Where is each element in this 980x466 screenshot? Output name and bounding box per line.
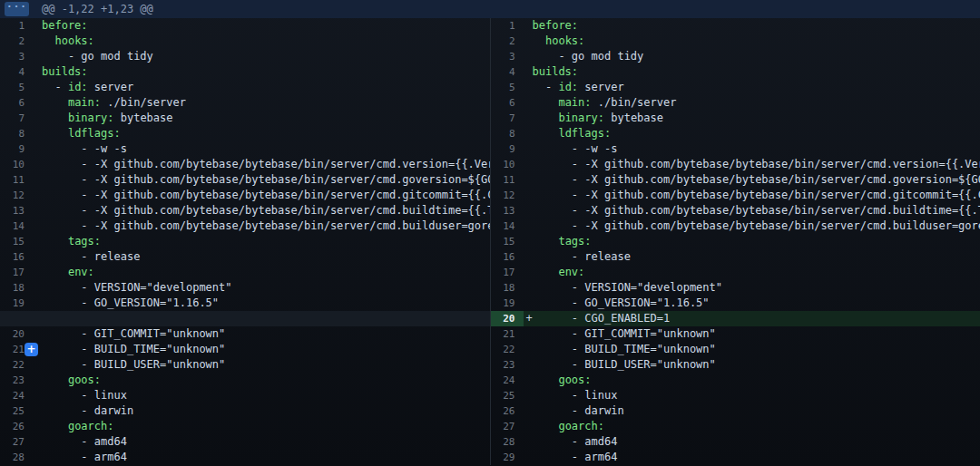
line-number[interactable]: 15 [0,234,33,249]
line-number[interactable]: 2 [491,34,524,49]
code-line: goos: [524,373,980,388]
yaml-key: goarch: [68,420,114,432]
line-number[interactable]: 6 [0,95,33,111]
line-number[interactable]: 12 [491,188,524,203]
line-number[interactable]: 1 [0,18,33,34]
line-number[interactable]: 7 [0,111,33,126]
line-number[interactable]: 3 [491,49,524,64]
line-number[interactable]: 24 [491,373,524,388]
line-number[interactable]: 18 [0,280,33,296]
line-number[interactable]: 26 [491,403,524,419]
diff-row: 21 - BUILD_TIME="unknown"+ [0,342,490,357]
line-number[interactable]: 13 [491,203,524,218]
line-number[interactable]: 28 [0,450,33,465]
code-line: - -w -s [524,141,980,157]
line-number[interactable]: 23 [0,373,33,388]
code-text: - darwin [42,404,133,417]
diff-row: 8 ldflags: [0,126,490,141]
sign-column [33,450,42,465]
code-text: - -w -s [42,142,127,155]
diff-row: 25 - darwin [0,403,490,419]
line-number[interactable]: 5 [0,80,33,95]
add-comment-button[interactable]: + [24,343,38,356]
code-text: server [578,81,624,93]
line-number[interactable]: 20 [0,326,33,342]
code-text [533,127,559,140]
line-number[interactable]: 7 [491,111,524,126]
line-number[interactable]: 19 [0,296,33,311]
line-number[interactable]: 9 [491,141,524,157]
line-number[interactable]: 9 [0,141,33,157]
line-number[interactable]: 25 [491,388,524,403]
line-number[interactable]: 6 [491,95,524,111]
diff-row: 19 - GO_VERSION="1.16.5" [0,296,490,311]
line-number[interactable]: 27 [0,434,33,450]
sign-column [33,388,42,403]
line-number[interactable]: 8 [491,126,524,141]
sign-column [33,141,42,157]
line-number[interactable]: 15 [491,234,524,249]
line-number[interactable]: 2 [0,34,33,49]
sign-column [33,419,42,434]
sign-column [524,49,533,64]
line-number[interactable]: 23 [491,357,524,373]
sign-column [524,373,533,388]
diff-row: 1 before: [0,18,490,34]
line-number[interactable]: 3 [0,49,33,64]
diff-row: 27 goarch: [491,419,980,434]
code-line: binary: bytebase [33,111,490,126]
yaml-key: goos: [68,374,101,386]
line-number[interactable]: 14 [491,218,524,234]
line-number[interactable]: 4 [0,64,33,80]
line-number[interactable]: 4 [491,64,524,80]
line-number[interactable]: 28 [491,434,524,450]
sign-column [33,265,42,280]
code-text: - GO_VERSION="1.16.5" [42,296,219,309]
sign-column [524,434,533,450]
line-number[interactable]: 22 [491,342,524,357]
line-number[interactable]: 16 [491,249,524,265]
line-number[interactable]: 1 [491,18,524,34]
line-number[interactable]: 29 [491,450,524,465]
diff-row: 26 goarch: [0,419,490,434]
line-number[interactable]: 22 [0,357,33,373]
code-text [42,127,68,140]
yaml-key: binary: [558,112,604,124]
sign-column [33,249,42,265]
diff-row: 28 - amd64 [491,434,980,450]
line-number[interactable]: 25 [0,403,33,419]
code-line: - VERSION="development" [33,280,490,296]
code-line: builds: [524,64,980,80]
line-number[interactable]: 14 [0,218,33,234]
line-number[interactable]: 5 [491,80,524,95]
line-number[interactable]: 26 [0,419,33,434]
line-number[interactable]: 8 [0,126,33,141]
line-number[interactable]: 11 [491,172,524,188]
diff-row: 28 - arm64 [0,450,490,465]
yaml-key: id: [68,81,88,93]
sign-column [524,280,533,296]
line-number[interactable]: 20 [491,311,524,326]
line-number[interactable]: 16 [0,249,33,265]
line-number[interactable]: 17 [0,265,33,280]
line-number[interactable]: 10 [0,157,33,172]
code-text [533,96,559,109]
diff-row: 24 goos: [491,373,980,388]
code-line: tags: [524,234,980,249]
code-text: server [88,81,134,93]
code-line: - GIT_COMMIT="unknown" [524,326,980,342]
line-number[interactable]: 11 [0,172,33,188]
line-number[interactable]: 17 [491,265,524,280]
line-number[interactable]: 24 [0,388,33,403]
line-number[interactable]: 27 [491,419,524,434]
line-number[interactable]: 12 [0,188,33,203]
line-number[interactable]: 18 [491,280,524,296]
diff-panes: 1 before:2 hooks:3 - go mod tidy4 builds… [0,18,980,465]
line-number[interactable]: 10 [491,157,524,172]
expand-hunk-button[interactable]: ··· [5,2,29,16]
code-text: bytebase [604,112,663,124]
line-number[interactable]: 19 [491,296,524,311]
code-line: - -X github.com/bytebase/bytebase/bin/se… [33,203,490,218]
line-number[interactable]: 21 [491,326,524,342]
line-number[interactable]: 13 [0,203,33,218]
